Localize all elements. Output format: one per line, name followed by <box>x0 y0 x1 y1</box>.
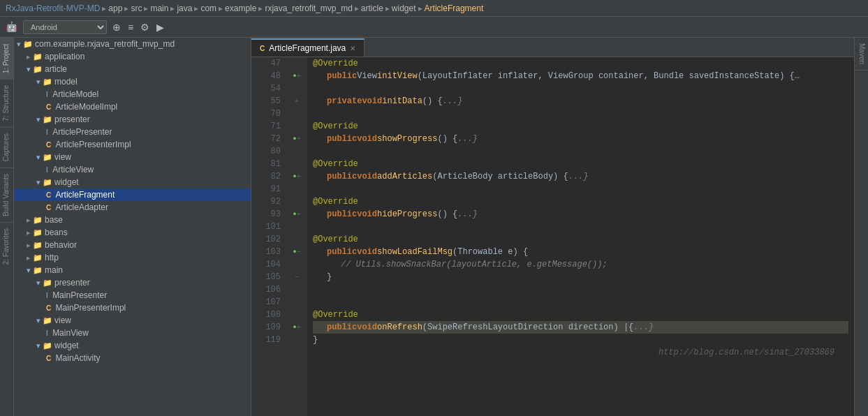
gutter-109[interactable]: ● + <box>293 321 300 334</box>
code-editor[interactable]: 47 48 54 55 70 71 72 80 81 82 91 92 93 1… <box>251 57 854 416</box>
tree-label-base: base <box>45 215 63 225</box>
method-initview: initView <box>377 70 418 82</box>
expand-72[interactable]: + <box>297 135 301 143</box>
tree-item-behavior[interactable]: ▸ 📁 behavior <box>14 239 251 251</box>
title-bar: RxJava-Retrofit-MVP-MD ▸ app ▸ src ▸ mai… <box>0 0 868 17</box>
tree-item-root[interactable]: ▾ 📁 com.example.rxjava_retrofit_mvp_md <box>14 38 251 50</box>
tree-label-view: view <box>54 152 71 162</box>
tree-item-main-presenter[interactable]: ▾ 📁 presenter <box>14 276 251 289</box>
tree-item-mainactivity[interactable]: C MainActivity <box>14 352 251 364</box>
folder-icon-root: 📁 <box>23 40 33 49</box>
method-initdata: initData <box>382 95 422 107</box>
gutter-55[interactable]: + <box>295 95 299 107</box>
line-num-108: 108 <box>257 309 281 321</box>
collapse-103[interactable]: − <box>297 248 301 256</box>
kw-public-93: public <box>327 208 357 221</box>
toolbar-btn-settings[interactable]: ⚙ <box>138 20 152 34</box>
tree-item-articlepresenter[interactable]: I ArticlePresenter <box>14 126 251 138</box>
code-line-108: @Override <box>313 309 848 321</box>
gutter-72[interactable]: ● + <box>293 133 300 145</box>
gutter-103[interactable]: ● − <box>293 246 300 258</box>
sidebar-tab-buildvariants[interactable]: Build Variants <box>0 168 13 222</box>
expand-93[interactable]: + <box>297 211 301 218</box>
tree-item-beans[interactable]: ▸ 📁 beans <box>14 226 251 239</box>
tree-item-articlemodel[interactable]: I ArticleModel <box>14 88 251 101</box>
toolbar-btn-run[interactable]: ▶ <box>154 20 167 34</box>
tree-item-widget[interactable]: ▾ 📁 widget <box>14 176 251 188</box>
sidebar-tab-favorites[interactable]: 2: Favorites <box>0 222 13 270</box>
android-selector[interactable]: Android <box>23 20 107 34</box>
tree-item-mainpresenterimpl[interactable]: C MainPresenterImpl <box>14 302 251 314</box>
toolbar-btn-menu[interactable]: ≡ <box>125 20 136 34</box>
code-line-48: public View initView (LayoutInflater inf… <box>313 70 848 82</box>
breadcrumb-java: java <box>177 3 192 13</box>
tree-item-articleview[interactable]: I ArticleView <box>14 163 251 176</box>
toolbar-btn-sync[interactable]: ⊕ <box>110 20 124 34</box>
tree-label-beans: beans <box>45 228 68 237</box>
line-num-92: 92 <box>257 195 281 208</box>
breadcrumb-pkg: rxjava_retrofit_mvp_md <box>265 3 352 13</box>
line-num-bottom <box>257 346 281 359</box>
kw-private-55: private <box>327 95 362 107</box>
right-tab-maven[interactable]: Maven <box>855 38 868 70</box>
collapse-105[interactable]: − <box>295 274 299 281</box>
code-line-103: public void showLoadFailMsg (Throwable e… <box>313 246 848 258</box>
expand-55[interactable]: + <box>295 98 299 105</box>
tree-item-mainpresenter[interactable]: I MainPresenter <box>14 289 251 302</box>
gutter-105[interactable]: − <box>295 271 299 283</box>
tree-item-application[interactable]: ▸ 📁 application <box>14 50 251 63</box>
folder-arrow-icon: ▸ <box>27 52 31 61</box>
code-text-119: } <box>313 334 318 346</box>
tree-item-articleadapter[interactable]: C ArticleAdapter <box>14 201 251 214</box>
tree-item-mainview[interactable]: I MainView <box>14 327 251 339</box>
expand-48[interactable]: + <box>297 73 301 80</box>
tree-item-articlefragment[interactable]: C ArticleFragment <box>14 188 251 201</box>
line-num-104: 104 <box>257 258 281 271</box>
gutter-93[interactable]: ● + <box>293 208 300 221</box>
tree-item-main-widget[interactable]: ▾ 📁 widget <box>14 339 251 352</box>
line-num-48: 48 <box>257 70 281 82</box>
method-showprogress: showProgress <box>377 133 437 145</box>
line-num-55: 55 <box>257 95 281 107</box>
tree-item-presenter[interactable]: ▾ 📁 presenter <box>14 113 251 126</box>
gutter-82[interactable]: ● + <box>293 170 300 183</box>
code-line-url: http://blog.csdn.net/sinat_27033869 <box>313 346 848 359</box>
tree-item-articlemodelimpl[interactable]: C ArticleModelImpl <box>14 101 251 113</box>
expand-82[interactable]: + <box>297 173 301 181</box>
code-line-104: // Utils.showSnackBar(layoutArticle, e.g… <box>313 258 848 271</box>
code-line-101 <box>313 221 848 233</box>
line-num-93: 93 <box>257 208 281 221</box>
editor-tab-articlefragment[interactable]: C ArticleFragment.java ✕ <box>251 38 365 57</box>
tab-close-icon[interactable]: ✕ <box>350 45 355 52</box>
line-num-81: 81 <box>257 158 281 170</box>
sidebar-tab-project[interactable]: 1: Project <box>0 38 13 79</box>
folder-icon-main-presenter: 📁 <box>43 278 52 288</box>
toolbar-group: ⊕ ≡ ⚙ ▶ <box>110 20 167 34</box>
tree-item-main[interactable]: ▾ 📁 main <box>14 264 251 276</box>
breadcrumb-project: RxJava-Retrofit-MVP-MD <box>6 3 100 13</box>
kw-public-48: public <box>327 70 357 82</box>
tree-item-view[interactable]: ▾ 📁 view <box>14 151 251 163</box>
kw-public-103: public <box>327 246 357 258</box>
folder-arrow-base: ▸ <box>27 216 31 225</box>
tree-item-article[interactable]: ▾ 📁 article <box>14 63 251 75</box>
kw-void-82: void <box>357 170 377 183</box>
code-content[interactable]: @Override public View initView (LayoutIn… <box>307 57 854 416</box>
code-text-93c: () { <box>437 208 457 221</box>
tree-label-articlepresenterimpl: ArticlePresenterImpl <box>56 140 131 149</box>
sidebar-tab-structure[interactable]: 7: Structure <box>0 79 13 127</box>
sidebar-tab-captures[interactable]: Captures <box>0 127 13 168</box>
tree-item-base[interactable]: ▸ 📁 base <box>14 214 251 226</box>
code-line-55: private void initData () { ...} <box>313 95 848 107</box>
code-line-107 <box>313 296 848 309</box>
tree-item-http[interactable]: ▸ 📁 http <box>14 251 251 264</box>
tree-item-main-view[interactable]: ▾ 📁 view <box>14 314 251 327</box>
tree-item-articlepresenterimpl[interactable]: C ArticlePresenterImpl <box>14 138 251 151</box>
gutter-48[interactable]: ● + <box>293 70 300 82</box>
tree-label-application: application <box>45 52 84 61</box>
expand-109[interactable]: + <box>297 324 301 332</box>
tree-label-mainpresenter: MainPresenter <box>52 290 107 300</box>
comment-55: ...} <box>443 95 463 107</box>
interface-icon-mainview: I <box>46 329 48 337</box>
tree-item-model[interactable]: ▾ 📁 model <box>14 75 251 88</box>
